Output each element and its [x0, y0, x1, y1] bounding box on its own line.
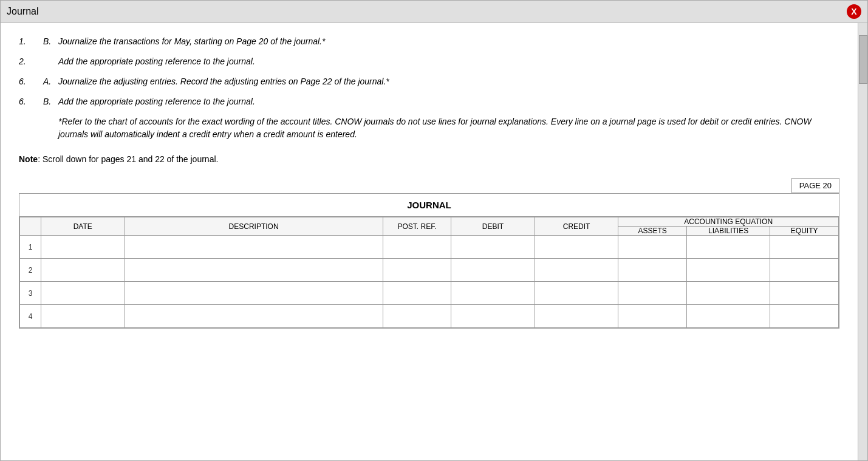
footnote-row: *Refer to the chart of accounts for the …: [19, 115, 839, 141]
th-description: DESCRIPTION: [125, 217, 383, 236]
row-4-liab[interactable]: [686, 305, 770, 328]
th-equity: EQUITY: [770, 227, 839, 236]
th-credit: CREDIT: [535, 217, 618, 236]
row-1-debit[interactable]: [451, 236, 535, 259]
note-section: Note: Scroll down for pages 21 and 22 of…: [19, 153, 839, 166]
instr-letter-2: [43, 55, 58, 68]
row-2-equity[interactable]: [770, 259, 839, 282]
instruction-1b: 1. B. Journalize the transactions for Ma…: [19, 35, 839, 48]
row-4-desc[interactable]: [125, 305, 383, 328]
window-title: Journal: [7, 6, 38, 17]
instr-num-1: 1.: [19, 35, 43, 48]
scroll-thumb[interactable]: [859, 35, 867, 84]
instruction-6b: 6. B. Add the appropriate posting refere…: [19, 95, 839, 108]
row-1-equity[interactable]: [770, 236, 839, 259]
instr-num-6a: 6.: [19, 75, 43, 88]
table-row: 3: [20, 282, 839, 305]
row-4-post[interactable]: [383, 305, 451, 328]
instr-text-6a: Journalize the adjusting entries. Record…: [58, 75, 839, 88]
footnote-text: *Refer to the chart of accounts for the …: [58, 115, 839, 141]
content-area: 1. B. Journalize the transactions for Ma…: [1, 23, 867, 460]
row-num-3: 3: [20, 282, 41, 305]
row-1-liab[interactable]: [686, 236, 770, 259]
journal-table: DATE DESCRIPTION POST. REF. DEBIT CREDIT…: [19, 217, 839, 328]
th-assets: ASSETS: [618, 227, 687, 236]
row-2-debit[interactable]: [451, 259, 535, 282]
instr-text-2: Add the appropriate posting reference to…: [58, 55, 839, 68]
main-content: 1. B. Journalize the transactions for Ma…: [1, 23, 858, 460]
row-3-assets[interactable]: [618, 282, 687, 305]
row-4-equity[interactable]: [770, 305, 839, 328]
instr-letter-b1: B.: [43, 35, 58, 48]
row-1-date[interactable]: [41, 236, 125, 259]
row-3-liab[interactable]: [686, 282, 770, 305]
row-2-credit[interactable]: [535, 259, 618, 282]
row-1-assets[interactable]: [618, 236, 687, 259]
row-3-credit[interactable]: [535, 282, 618, 305]
row-2-desc[interactable]: [125, 259, 383, 282]
page-label-container: PAGE 20: [19, 178, 839, 193]
row-2-liab[interactable]: [686, 259, 770, 282]
th-empty: [20, 217, 41, 236]
row-num-2: 2: [20, 259, 41, 282]
instr-letter-6a: A.: [43, 75, 58, 88]
row-1-desc[interactable]: [125, 236, 383, 259]
title-bar: Journal X: [1, 1, 867, 23]
journal-table-wrapper: JOURNAL DATE DESCRIPTION POST. REF. DEBI…: [19, 193, 839, 329]
row-2-date[interactable]: [41, 259, 125, 282]
row-3-post[interactable]: [383, 282, 451, 305]
instr-text-6b: Add the appropriate posting reference to…: [58, 95, 839, 108]
row-3-desc[interactable]: [125, 282, 383, 305]
note-text: Note: Scroll down for pages 21 and 22 of…: [19, 153, 839, 166]
row-4-date[interactable]: [41, 305, 125, 328]
instr-letter-6b: B.: [43, 95, 58, 108]
scrollbar[interactable]: [858, 23, 867, 460]
th-post-ref: POST. REF.: [383, 217, 451, 236]
row-3-equity[interactable]: [770, 282, 839, 305]
close-button[interactable]: X: [847, 4, 861, 19]
page-label: PAGE 20: [791, 178, 839, 193]
th-debit: DEBIT: [451, 217, 535, 236]
row-4-assets[interactable]: [618, 305, 687, 328]
instruction-6a: 6. A. Journalize the adjusting entries. …: [19, 75, 839, 88]
instruction-2: 2. Add the appropriate posting reference…: [19, 55, 839, 68]
row-3-debit[interactable]: [451, 282, 535, 305]
note-body: : Scroll down for pages 21 and 22 of the…: [38, 154, 218, 164]
instructions-section: 1. B. Journalize the transactions for Ma…: [19, 35, 839, 141]
instr-text-1: Journalize the transactions for May, sta…: [58, 35, 839, 48]
table-row: 4: [20, 305, 839, 328]
note-label: Note: [19, 154, 38, 164]
row-4-debit[interactable]: [451, 305, 535, 328]
row-num-4: 4: [20, 305, 41, 328]
journal-window: Journal X 1. B. Journalize the transacti…: [0, 0, 868, 461]
row-1-credit[interactable]: [535, 236, 618, 259]
th-accounting-equation: ACCOUNTING EQUATION: [618, 217, 839, 227]
table-row: 1: [20, 236, 839, 259]
instr-num-2: 2.: [19, 55, 43, 68]
journal-title: JOURNAL: [19, 194, 839, 217]
row-3-date[interactable]: [41, 282, 125, 305]
instr-num-6b: 6.: [19, 95, 43, 108]
table-row: 2: [20, 259, 839, 282]
row-2-post[interactable]: [383, 259, 451, 282]
row-num-1: 1: [20, 236, 41, 259]
th-liabilities: LIABILITIES: [686, 227, 770, 236]
row-2-assets[interactable]: [618, 259, 687, 282]
row-4-credit[interactable]: [535, 305, 618, 328]
row-1-post[interactable]: [383, 236, 451, 259]
th-date: DATE: [41, 217, 125, 236]
